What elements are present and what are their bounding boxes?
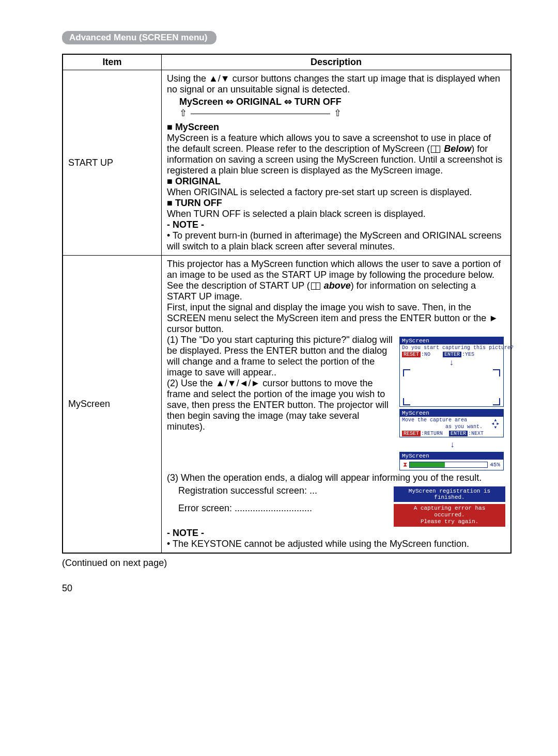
- dialog-success: MyScreen registration is finished.: [394, 486, 505, 502]
- dialog-line2: as you want.: [400, 423, 503, 430]
- reset-button-label: RESET: [402, 352, 421, 357]
- table-header-row: Item Description: [63, 54, 511, 70]
- myscreen-heading: MyScreen: [167, 122, 505, 133]
- hourglass-icon: ⧗: [403, 461, 407, 468]
- desc-startup: Using the ▲/▼ cursor buttons changes the…: [162, 70, 512, 256]
- dialog-title: MyScreen: [400, 337, 503, 344]
- desc-myscreen: This projector has a MyScreen function w…: [162, 256, 512, 553]
- below-ref: Below: [444, 144, 471, 154]
- registration-label: Registration successful screen: ...: [167, 485, 317, 496]
- section-header: Advanced Menu (SCREEN menu): [62, 31, 216, 44]
- document-page: Advanced Menu (SCREEN menu) Item Descrip…: [0, 0, 558, 615]
- above-ref: above: [324, 280, 351, 291]
- arrow-up-right-icon: ⇧: [334, 108, 342, 118]
- header-description: Description: [162, 54, 512, 70]
- progress-row: ⧗ 45%: [400, 460, 503, 470]
- continued-label: (Continued on next page): [62, 558, 512, 569]
- enter-button-label: ENTER: [443, 352, 461, 357]
- cycle-arrows: ⇧ ⇧: [179, 107, 342, 119]
- myscreen-body-1: MyScreen is a feature which allows you t…: [167, 133, 491, 154]
- error-label: Error screen: ..........................…: [167, 503, 312, 514]
- turnoff-heading: TURN OFF: [167, 198, 505, 209]
- note-body: • To prevent burn-in (burned in afterima…: [167, 230, 505, 252]
- turnoff-body: When TURN OFF is selected a plain black …: [167, 209, 505, 219]
- arrow-down-icon: ↓: [399, 439, 505, 450]
- progress-fill: [410, 462, 445, 467]
- header-item: Item: [63, 54, 162, 70]
- dialog-capture-confirm: MyScreen Do you start capturing this pic…: [399, 337, 504, 407]
- note-heading: - NOTE -: [167, 219, 505, 230]
- page-number: 50: [62, 583, 512, 594]
- reset-value: :RETURN: [421, 431, 443, 436]
- myscreen-first: First, input the signal and display the …: [167, 302, 505, 335]
- dialog-progress: MyScreen ⧗ 45%: [399, 452, 504, 470]
- progress-percent: 45%: [490, 462, 500, 468]
- dialog-buttons: RESET:RETURN ENTER:NEXT: [400, 430, 503, 437]
- dialog-error: A capturing error has occurred. Please t…: [394, 504, 505, 527]
- progress-bar: [409, 462, 488, 468]
- table-row: MyScreen This projector has a MyScreen f…: [63, 256, 511, 553]
- myscreen-body: MyScreen is a feature which allows you t…: [167, 133, 505, 176]
- myscreen-intro: This projector has a MyScreen function w…: [167, 259, 505, 302]
- cycle-line: [191, 114, 330, 114]
- dialog-question: Do you start capturing this picture?: [400, 344, 503, 351]
- item-label-startup: START UP: [63, 70, 162, 256]
- error-line1: A capturing error has occurred.: [414, 505, 486, 518]
- book-icon: [431, 146, 440, 153]
- enter-value: :YES: [462, 352, 474, 357]
- table-row: START UP Using the ▲/▼ cursor buttons ch…: [63, 70, 511, 256]
- move-line1: Move the capture area: [402, 417, 467, 423]
- dpad-icon: ▲◄ ►▼: [492, 418, 499, 429]
- reset-value: :NO: [421, 352, 430, 357]
- item-label-myscreen: MyScreen: [63, 256, 162, 553]
- reset-button-label: RESET: [402, 431, 421, 436]
- frame-corner-icon: [403, 398, 410, 405]
- capture-frame: [403, 369, 500, 405]
- original-heading: ORIGINAL: [167, 176, 505, 187]
- menu-table: Item Description START UP Using the ▲/▼ …: [62, 54, 512, 554]
- enter-value: :NEXT: [468, 431, 484, 436]
- step2: (2) Use the ▲/▼/◄/► cursor buttons to mo…: [167, 378, 395, 432]
- arrow-down-icon: ↓: [400, 358, 503, 368]
- note-heading: - NOTE -: [167, 528, 505, 539]
- book-icon: [311, 282, 320, 290]
- frame-corner-icon: [403, 369, 410, 376]
- frame-corner-icon: [493, 398, 500, 405]
- frame-corner-icon: [493, 369, 500, 376]
- step3: (3) When the operation ends, a dialog wi…: [167, 472, 505, 483]
- startup-intro: Using the ▲/▼ cursor buttons changes the…: [167, 73, 505, 95]
- note-body: • The KEYSTONE cannot be adjusted while …: [167, 539, 505, 549]
- arrow-up-left-icon: ⇧: [179, 108, 187, 118]
- enter-button-label: ENTER: [449, 431, 468, 436]
- original-body: When ORIGINAL is selected a factory pre-…: [167, 187, 505, 198]
- dialog-capture-move: MyScreen Move the capture area ▲◄ ►▼ as …: [399, 409, 504, 437]
- dialog-title: MyScreen: [400, 410, 503, 417]
- dialog-line1: Move the capture area ▲◄ ►▼: [400, 417, 503, 423]
- error-line2: Please try again.: [421, 518, 478, 525]
- startup-cycle: MyScreen ⇔ ORIGINAL ⇔ TURN OFF: [179, 96, 505, 107]
- dialog-title: MyScreen: [400, 452, 503, 460]
- dialog-buttons: RESET:NO ENTER:YES: [400, 351, 503, 358]
- step1: (1) The "Do you start capturing this pic…: [167, 335, 395, 378]
